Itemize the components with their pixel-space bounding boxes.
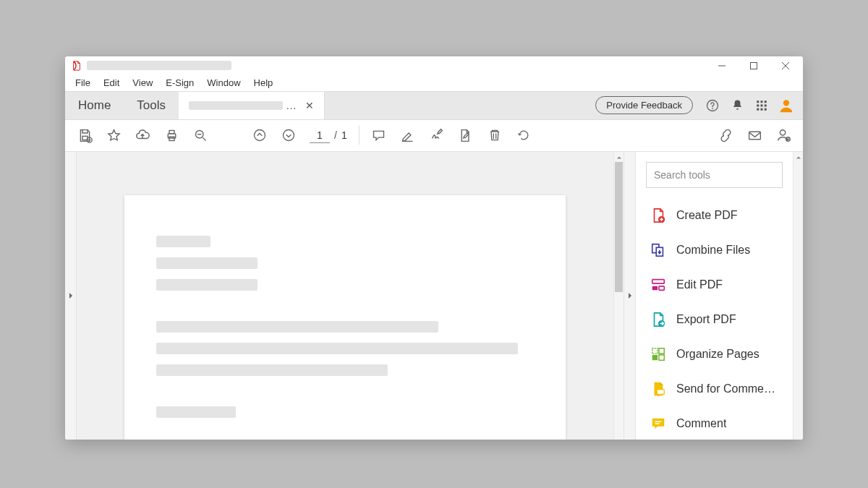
svg-line-22 — [203, 137, 205, 140]
page-number-input[interactable] — [310, 128, 330, 143]
provide-feedback-button[interactable]: Provide Feedback — [595, 96, 693, 114]
svg-rect-37 — [659, 286, 664, 290]
redacted-text-line — [156, 343, 518, 354]
svg-point-5 — [712, 108, 713, 109]
help-icon[interactable] — [700, 93, 725, 118]
svg-rect-10 — [761, 104, 763, 106]
page-total: 1 — [341, 129, 347, 141]
page-up-icon[interactable] — [246, 121, 273, 149]
redacted-text-line — [156, 279, 258, 291]
document-vertical-scrollbar[interactable] — [613, 152, 624, 440]
window-maximize-button[interactable] — [738, 56, 770, 75]
window-minimize-button[interactable] — [706, 56, 738, 75]
tool-label: Organize Pages — [676, 348, 760, 361]
create-pdf-icon — [650, 207, 666, 223]
svg-rect-11 — [765, 104, 767, 106]
left-panel-toggle[interactable] — [65, 152, 77, 440]
rotate-icon[interactable] — [510, 121, 537, 149]
tool-label: Edit PDF — [676, 278, 723, 291]
document-scroll-area[interactable] — [77, 152, 613, 440]
document-tab[interactable]: … ✕ — [179, 92, 325, 119]
zoom-out-icon[interactable] — [187, 121, 214, 149]
tools-panel-scrollbar[interactable] — [793, 152, 803, 440]
share-people-icon[interactable] — [770, 121, 797, 149]
edit-pdf-icon — [650, 277, 666, 293]
scrollbar-up-icon[interactable] — [793, 153, 803, 162]
combine-files-icon — [650, 242, 666, 258]
cloud-upload-icon[interactable] — [129, 121, 156, 149]
menu-esign[interactable]: E-Sign — [160, 76, 200, 90]
document-viewport — [77, 152, 624, 440]
svg-rect-14 — [765, 108, 767, 110]
svg-rect-7 — [761, 100, 763, 103]
svg-rect-35 — [652, 279, 665, 283]
svg-point-30 — [780, 130, 785, 135]
comment-bubble-icon — [650, 416, 666, 432]
apps-grid-icon[interactable] — [749, 93, 774, 118]
redacted-text-line — [156, 236, 210, 247]
maintab-home[interactable]: Home — [65, 92, 124, 119]
scrollbar-thumb[interactable] — [615, 162, 623, 292]
maintab-tools[interactable]: Tools — [124, 92, 179, 119]
tool-label: Combine Files — [676, 244, 750, 257]
account-avatar-icon[interactable] — [774, 93, 799, 118]
tool-create-pdf[interactable]: Create PDF — [636, 198, 793, 233]
highlight-pen-icon[interactable] — [394, 121, 422, 149]
right-panel-collapse[interactable] — [624, 152, 635, 440]
document-toolbar: / 1 — [65, 120, 803, 152]
menu-file[interactable]: File — [69, 76, 96, 90]
tool-label: Export PDF — [676, 313, 736, 326]
menu-view[interactable]: View — [127, 76, 158, 90]
share-link-icon[interactable] — [712, 121, 739, 149]
star-icon[interactable] — [100, 121, 127, 149]
menu-window[interactable]: Window — [201, 76, 246, 90]
tool-send-for-comments[interactable]: Send for Comme… — [636, 372, 793, 406]
svg-rect-39 — [652, 348, 658, 353]
svg-rect-41 — [652, 354, 658, 359]
tool-comment[interactable]: Comment — [636, 406, 793, 440]
delete-trash-icon[interactable] — [481, 121, 509, 149]
content-area: Create PDF Combine Files Edit PDF — [65, 152, 803, 440]
svg-rect-6 — [757, 100, 759, 103]
notifications-bell-icon[interactable] — [725, 93, 749, 118]
window-close-button[interactable] — [770, 56, 801, 75]
svg-rect-20 — [169, 137, 174, 140]
svg-rect-13 — [761, 108, 763, 110]
tool-label: Send for Comme… — [676, 382, 775, 395]
menu-help[interactable]: Help — [248, 76, 279, 90]
window-titlebar — [65, 56, 803, 75]
tool-edit-pdf[interactable]: Edit PDF — [636, 267, 793, 302]
app-pdf-icon — [71, 60, 82, 72]
organize-pages-icon — [650, 346, 666, 362]
email-icon[interactable] — [741, 121, 768, 149]
tool-organize-pages[interactable]: Organize Pages — [636, 337, 793, 372]
comment-icon[interactable] — [365, 121, 393, 149]
page-separator: / — [334, 129, 337, 141]
document-tab-ellipsis: … — [286, 99, 297, 111]
svg-rect-19 — [169, 130, 174, 133]
svg-rect-43 — [657, 389, 664, 393]
page-down-icon[interactable] — [275, 121, 302, 149]
tools-list: Create PDF Combine Files Edit PDF — [636, 194, 793, 440]
svg-rect-42 — [659, 354, 664, 359]
menu-edit[interactable]: Edit — [98, 76, 125, 90]
svg-point-15 — [783, 100, 789, 106]
tool-combine-files[interactable]: Combine Files — [636, 233, 793, 267]
svg-rect-8 — [765, 100, 767, 103]
application-window: File Edit View E-Sign Window Help Home T… — [65, 56, 803, 440]
redacted-text-line — [156, 321, 438, 333]
document-tab-close-button[interactable]: ✕ — [302, 98, 317, 113]
svg-rect-29 — [749, 132, 760, 140]
export-pdf-icon — [650, 312, 666, 328]
tool-export-pdf[interactable]: Export PDF — [636, 302, 793, 337]
window-title-redacted — [87, 61, 231, 70]
scrollbar-up-icon[interactable] — [614, 153, 624, 162]
edit-page-icon[interactable] — [452, 121, 480, 149]
svg-rect-12 — [757, 108, 759, 110]
svg-rect-9 — [757, 104, 759, 106]
svg-point-24 — [255, 130, 265, 141]
print-icon[interactable] — [158, 121, 185, 149]
save-icon[interactable] — [71, 121, 98, 149]
search-tools-input[interactable] — [646, 162, 783, 188]
sign-icon[interactable] — [423, 121, 451, 149]
